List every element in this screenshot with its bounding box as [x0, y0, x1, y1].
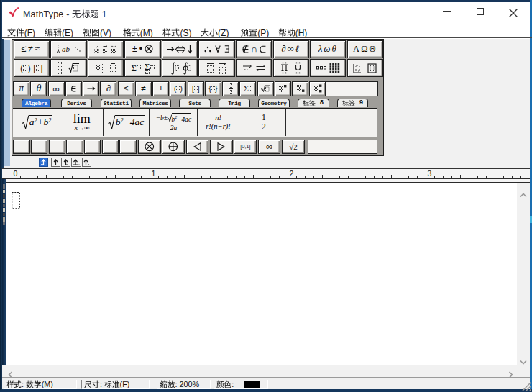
svg-text:ab: ab: [62, 45, 70, 53]
